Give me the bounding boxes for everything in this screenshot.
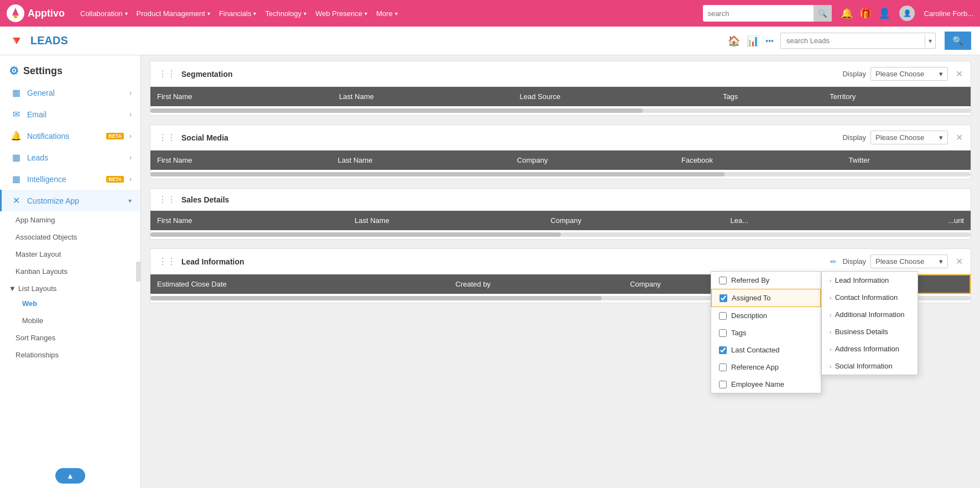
list-layouts-collapse-icon[interactable]: ▼: [9, 284, 16, 293]
email-icon: ✉: [11, 109, 22, 120]
sidebar-item-customize-app[interactable]: ✕ Customize App ▾: [0, 190, 140, 211]
dropdown-item-employee-name[interactable]: Employee Name: [711, 376, 821, 393]
social-media-scroll-thumb: [150, 172, 724, 176]
social-media-table: First Name Last Name Company Facebook Tw…: [150, 150, 971, 170]
user-icon[interactable]: 👤: [878, 7, 890, 19]
right-submenu: ‹ Lead Information ‹ Contact Information…: [821, 271, 918, 375]
sales-details-title: Sales Details: [181, 195, 963, 204]
checkbox-reference-app[interactable]: [719, 364, 727, 371]
top-search-input[interactable]: [703, 9, 814, 18]
sidebar-sub-sort-ranges[interactable]: Sort Ranges: [0, 329, 140, 346]
checkbox-assigned-to[interactable]: [720, 294, 727, 302]
social-media-scroll[interactable]: [150, 172, 971, 176]
sidebar-sub-relationships[interactable]: Relationships: [0, 346, 140, 364]
checkbox-employee-name[interactable]: [719, 381, 727, 388]
lead-information-drag-handle[interactable]: ⋮⋮: [158, 256, 176, 267]
chart-icon[interactable]: 📊: [747, 35, 759, 47]
nav-product-management[interactable]: Product Management ▾: [137, 9, 210, 18]
seg-col-firstname: First Name: [150, 87, 332, 106]
sidebar-item-general[interactable]: ▦ General ›: [0, 82, 140, 103]
gift-icon[interactable]: 🎁: [859, 7, 872, 19]
leads-search-dropdown[interactable]: ▾: [925, 35, 935, 47]
scroll-up-button[interactable]: ▲: [55, 468, 85, 484]
lead-information-close-button[interactable]: ✕: [956, 256, 963, 267]
nav-collaboration[interactable]: Collaboration ▾: [80, 9, 128, 18]
dropdown-item-referred-by[interactable]: Referred By: [711, 272, 821, 289]
segmentation-scroll[interactable]: [150, 108, 971, 113]
avatar[interactable]: 👤: [899, 6, 915, 21]
sales-details-scroll[interactable]: [150, 232, 971, 237]
dropdown-item-tags[interactable]: Tags: [711, 324, 821, 341]
social-dropdown-arrow-icon: ▾: [939, 133, 943, 142]
dropdown-item-description[interactable]: Description: [711, 307, 821, 324]
social-media-drag-handle[interactable]: ⋮⋮: [158, 132, 176, 143]
checkbox-tags[interactable]: [719, 329, 727, 337]
dropdown-item-reference-app[interactable]: Reference App: [711, 359, 821, 376]
general-icon: ▦: [11, 87, 22, 98]
sidebar-collapse-button[interactable]: ‹: [136, 262, 141, 282]
segmentation-table: First Name Last Name Lead Source Tags Te…: [150, 87, 971, 106]
checkbox-last-contacted[interactable]: [719, 346, 727, 354]
lead-information-edit-icon[interactable]: ✏: [830, 257, 837, 266]
dropdown-item-last-contacted[interactable]: Last Contacted: [711, 341, 821, 359]
leads-arrow: ›: [129, 154, 132, 162]
segmentation-close-button[interactable]: ✕: [956, 69, 963, 79]
sidebar-sub-web[interactable]: Web: [0, 295, 140, 312]
list-layouts-label: List Layouts: [18, 284, 56, 293]
nav-technology[interactable]: Technology ▾: [265, 9, 306, 18]
user-name[interactable]: Caroline Forb...: [924, 9, 973, 18]
sales-details-scroll-thumb: [150, 232, 561, 237]
leads-bar-icons: 🏠 📊 •••: [728, 35, 774, 47]
list-layouts-header: ▼ List Layouts: [0, 280, 140, 295]
seg-col-tags: Tags: [716, 87, 823, 106]
settings-icon: ⚙: [9, 64, 19, 77]
home-icon[interactable]: 🏠: [728, 35, 740, 47]
leads-search-input[interactable]: [781, 33, 925, 48]
leads-search-button[interactable]: 🔍: [945, 32, 971, 50]
sidebar-item-leads[interactable]: ▦ Leads ›: [0, 147, 140, 168]
customize-app-arrow: ▾: [128, 197, 132, 205]
sidebar-sub-mobile[interactable]: Mobile: [0, 312, 140, 329]
submenu-item-contact-information[interactable]: ‹ Contact Information: [822, 289, 918, 306]
submenu-item-social-information[interactable]: ‹ Social Information: [822, 357, 918, 375]
social-media-display-dropdown[interactable]: Please Choose ▾: [870, 131, 948, 144]
lead-information-display-dropdown[interactable]: Please Choose ▾: [870, 255, 948, 268]
intelligence-arrow: ›: [129, 175, 132, 183]
checkbox-description[interactable]: [719, 312, 727, 320]
sidebar-sub-master-layout[interactable]: Master Layout: [0, 246, 140, 263]
lead-information-scroll-thumb: [150, 296, 602, 300]
social-media-table-header: First Name Last Name Company Facebook Tw…: [150, 150, 971, 170]
nav-financials[interactable]: Financials ▾: [219, 9, 257, 18]
nav-more[interactable]: More ▾: [376, 9, 398, 18]
sidebar-sub-kanban-layouts[interactable]: Kanban Layouts: [0, 263, 140, 280]
notifications-icon[interactable]: 🔔: [841, 7, 853, 19]
logo[interactable]: Apptivo: [7, 4, 65, 22]
submenu-item-lead-information[interactable]: ‹ Lead Information: [822, 272, 918, 289]
sidebar-item-notifications[interactable]: 🔔 Notifications BETA ›: [0, 125, 140, 147]
top-nav: Apptivo Collaboration ▾ Product Manageme…: [0, 0, 980, 27]
sidebar-sub-app-naming[interactable]: App Naming: [0, 211, 140, 229]
segmentation-display-label: Display: [842, 70, 866, 78]
dropdown-arrow-icon: ▾: [939, 70, 943, 78]
dropdown-item-assigned-to[interactable]: Assigned To: [711, 289, 821, 307]
segmentation-drag-handle[interactable]: ⋮⋮: [158, 69, 176, 79]
sm-col-lastname: Last Name: [331, 150, 510, 170]
more-dots-icon[interactable]: •••: [765, 37, 774, 45]
submenu-item-address-information[interactable]: ‹ Address Information: [822, 340, 918, 357]
submenu-item-additional-information[interactable]: ‹ Additional Information: [822, 306, 918, 323]
submenu-item-business-details[interactable]: ‹ Business Details: [822, 323, 918, 340]
segmentation-display-dropdown[interactable]: Please Choose ▾: [870, 67, 948, 81]
sales-details-drag-handle[interactable]: ⋮⋮: [158, 194, 176, 205]
top-search-button[interactable]: 🔍: [814, 5, 832, 22]
sidebar-item-intelligence[interactable]: ▦ Intelligence BETA ›: [0, 168, 140, 190]
leads-title: LEADS: [30, 34, 721, 47]
nav-web-presence[interactable]: Web Presence ▾: [315, 9, 367, 18]
lead-dropdown-arrow-icon: ▾: [939, 257, 943, 266]
leads-search-wrap: ▾: [780, 33, 936, 49]
segmentation-table-header: First Name Last Name Lead Source Tags Te…: [150, 87, 971, 106]
social-media-close-button[interactable]: ✕: [956, 132, 963, 143]
sm-col-company: Company: [510, 150, 675, 170]
sidebar-sub-associated-objects[interactable]: Associated Objects: [0, 229, 140, 246]
sidebar-item-email[interactable]: ✉ Email ›: [0, 103, 140, 125]
checkbox-referred-by[interactable]: [719, 277, 727, 284]
